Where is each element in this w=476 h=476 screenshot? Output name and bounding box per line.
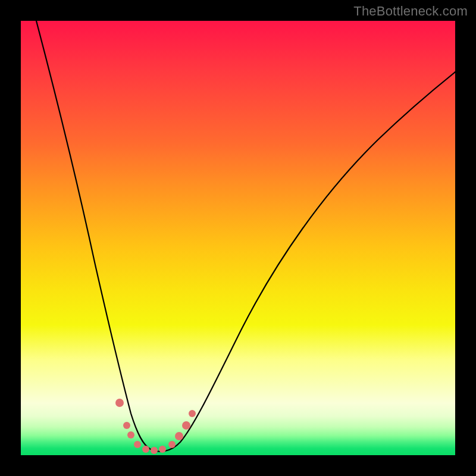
chart-frame: TheBottleneck.com [0, 0, 476, 476]
data-marker [182, 421, 190, 430]
data-marker [168, 441, 176, 448]
watermark-text: TheBottleneck.com [353, 4, 468, 19]
data-marker [134, 441, 141, 448]
data-marker [151, 447, 158, 454]
data-marker [123, 422, 130, 429]
data-marker [159, 446, 166, 453]
marker-group [115, 399, 196, 454]
plot-area [21, 21, 455, 455]
data-marker [175, 432, 183, 440]
data-marker [142, 446, 149, 453]
data-marker [127, 431, 134, 439]
data-marker [115, 399, 124, 407]
bottleneck-curve [27, 21, 455, 452]
data-marker [189, 410, 196, 417]
curve-layer [21, 21, 455, 455]
